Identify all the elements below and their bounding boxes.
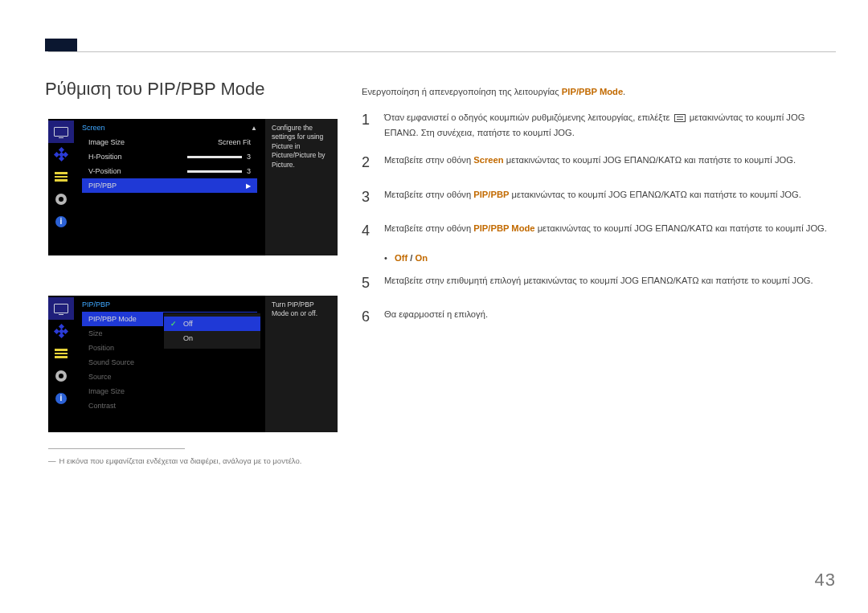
- step-2: 2 Μεταβείτε στην οθόνη Screen μετακινώντ…: [362, 150, 828, 175]
- osd-icon-info: i: [48, 387, 74, 410]
- footnote-rule: [48, 448, 185, 449]
- intro-text: Ενεργοποίηση ή απενεργοποίηση της λειτου…: [362, 87, 625, 96]
- osd-row-image-size[interactable]: Image Size Screen Fit: [82, 135, 257, 149]
- step-body: Μεταβείτε στην επιθυμητή επιλογή μετακιν…: [384, 271, 828, 296]
- osd-icon-monitor: [48, 297, 74, 320]
- osd-row-label: Source: [88, 373, 112, 381]
- osd-row-label: PIP/PBP: [88, 182, 117, 190]
- osd-right-arrow-icon: ▶: [246, 182, 251, 190]
- osd-submenu-off-on: ✓ Off On: [164, 313, 260, 349]
- osd-row-label: PIP/PBP Mode: [88, 315, 137, 323]
- osd-icon-list: [48, 166, 74, 188]
- step-highlight: PIP/PBP: [473, 190, 509, 199]
- osd-breadcrumb-label: Screen: [82, 124, 105, 132]
- osd-breadcrumb: PIP/PBP: [82, 300, 257, 309]
- option-on: On: [416, 253, 428, 263]
- osd-breadcrumb-label: PIP/PBP: [82, 300, 110, 309]
- step-3: 3 Μεταβείτε στην οθόνη PIP/PBP μετακινών…: [362, 185, 828, 210]
- osd-submenu-off[interactable]: ✓ Off: [164, 317, 260, 331]
- osd-row-label: Image Size: [88, 387, 125, 395]
- osd-row-pip-pbp[interactable]: PIP/PBP ▶: [82, 178, 257, 193]
- checkmark-icon: ✓: [170, 320, 178, 328]
- footnote: ―Η εικόνα που εμφανίζεται ενδέχεται να δ…: [48, 456, 301, 465]
- step-text-pre: Όταν εμφανιστεί ο οδηγός κουμπιών ρυθμιζ…: [384, 112, 673, 122]
- osd-slider: 3: [187, 153, 251, 161]
- osd-row-sound-source: Sound Source: [82, 355, 257, 370]
- osd-icon-monitor: [48, 121, 74, 143]
- step-number: 1: [362, 108, 384, 141]
- osd-row-label: V-Position: [88, 167, 121, 175]
- osd-row-value: 3: [247, 167, 251, 175]
- step-body: Μεταβείτε στην οθόνη PIP/PBP Mode μετακι…: [384, 219, 828, 243]
- osd-description-panel: Configure the settings for using Picture…: [265, 119, 338, 255]
- step-text-post: μετακινώντας το κουμπί JOG ΕΠΑΝΩ/ΚΑΤΩ κα…: [509, 190, 800, 199]
- osd-pip-pbp-menu: i PIP/PBP PIP/PBP Mode ▶ Size Position S…: [48, 296, 338, 432]
- osd-row-label: Size: [88, 329, 103, 337]
- step-number: 2: [362, 150, 384, 175]
- step-number: 5: [362, 271, 384, 296]
- osd-breadcrumb: Screen ▲: [82, 124, 257, 132]
- osd-row-h-position[interactable]: H-Position 3: [82, 149, 257, 164]
- option-off: Off: [395, 253, 407, 263]
- step-body: Μεταβείτε στην οθόνη PIP/PBP μετακινώντα…: [384, 185, 828, 210]
- footnote-text: Η εικόνα που εμφανίζεται ενδέχεται να δι…: [59, 456, 302, 465]
- step-number: 3: [362, 185, 384, 210]
- osd-row-label: Sound Source: [88, 358, 134, 366]
- osd-icon-gear: [48, 188, 74, 210]
- step-number: 4: [362, 219, 384, 243]
- osd-up-triangle-icon: ▲: [251, 125, 257, 132]
- osd-icon-info: i: [48, 210, 74, 233]
- osd-row-image-size: Image Size: [82, 384, 257, 398]
- osd-menu-items: Screen ▲ Image Size Screen Fit H-Positio…: [74, 119, 265, 255]
- osd-left-icon-bar: i: [48, 119, 74, 255]
- step-text-pre: Μεταβείτε στην οθόνη: [384, 155, 473, 165]
- footnote-dash: ―: [48, 456, 56, 465]
- steps-list: 1 Όταν εμφανιστεί ο οδηγός κουμπιών ρυθμ…: [362, 103, 828, 339]
- step-highlight: PIP/PBP Mode: [473, 223, 534, 233]
- page-title: Ρύθμιση του PIP/PBP Mode: [45, 79, 265, 100]
- step-5: 5 Μεταβείτε στην επιθυμητή επιλογή μετακ…: [362, 271, 828, 296]
- header-rule: [48, 51, 836, 52]
- header-accent-block: [45, 39, 77, 51]
- osd-icon-navigate: [48, 143, 74, 166]
- step-text-pre: Μεταβείτε στην οθόνη: [384, 190, 473, 199]
- intro-prefix: Ενεργοποίηση ή απενεργοποίηση της λειτου…: [362, 87, 562, 96]
- option-slash: /: [407, 253, 415, 263]
- osd-icon-gear: [48, 365, 74, 387]
- osd-row-contrast: Contrast: [82, 398, 257, 413]
- step-body: Όταν εμφανιστεί ο οδηγός κουμπιών ρυθμιζ…: [384, 108, 828, 141]
- osd-row-label: Image Size: [88, 138, 125, 146]
- step-4: 4 Μεταβείτε στην οθόνη PIP/PBP Mode μετα…: [362, 219, 828, 243]
- off-on-bullet: • Off / On: [384, 253, 828, 263]
- step-text-post: μετακινώντας το κουμπί JOG ΕΠΑΝΩ/ΚΑΤΩ κα…: [504, 155, 796, 165]
- step-body: Θα εφαρμοστεί η επιλογή.: [384, 304, 828, 329]
- osd-submenu-on[interactable]: On: [164, 331, 260, 345]
- osd-icon-list: [48, 342, 74, 365]
- osd-submenu-label: On: [183, 334, 193, 342]
- bullet-dot: •: [384, 253, 387, 263]
- intro-suffix: .: [623, 87, 625, 96]
- osd-slider: 3: [187, 167, 251, 175]
- osd-row-value: 3: [247, 153, 251, 161]
- osd-row-label: Position: [88, 344, 114, 352]
- osd-screen-menu: i Screen ▲ Image Size Screen Fit H-Posit…: [48, 119, 338, 255]
- intro-highlight: PIP/PBP Mode: [562, 87, 623, 96]
- step-highlight: Screen: [473, 155, 503, 165]
- osd-submenu-label: Off: [183, 320, 193, 328]
- page-number: 43: [815, 570, 836, 591]
- step-6: 6 Θα εφαρμοστεί η επιλογή.: [362, 304, 828, 329]
- osd-row-label: Contrast: [88, 402, 116, 410]
- osd-icon-navigate: [48, 320, 74, 342]
- osd-row-v-position[interactable]: V-Position 3: [82, 164, 257, 178]
- osd-left-icon-bar: i: [48, 296, 74, 432]
- menu-icon: [674, 114, 686, 122]
- osd-description-panel: Turn PIP/PBP Mode on or off.: [265, 296, 338, 432]
- osd-row-source: Source: [82, 370, 257, 384]
- osd-row-label: H-Position: [88, 153, 122, 161]
- step-text-post: μετακινώντας το κουμπί JOG ΕΠΑΝΩ/ΚΑΤΩ κα…: [535, 223, 827, 233]
- step-1: 1 Όταν εμφανιστεί ο οδηγός κουμπιών ρυθμ…: [362, 108, 828, 141]
- step-body: Μεταβείτε στην οθόνη Screen μετακινώντας…: [384, 150, 828, 175]
- step-text-pre: Μεταβείτε στην οθόνη: [384, 223, 473, 233]
- step-number: 6: [362, 304, 384, 329]
- osd-row-value: Screen Fit: [218, 138, 251, 146]
